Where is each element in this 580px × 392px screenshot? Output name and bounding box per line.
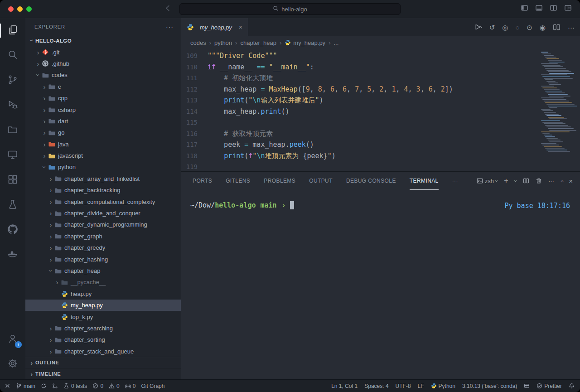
breadcrumb-item[interactable]: python — [214, 39, 232, 46]
history-icon[interactable]: ↺ — [489, 24, 495, 31]
activity-item-remote-explorer[interactable] — [0, 143, 25, 168]
tree-item-chapter_greedy[interactable]: ›chapter_greedy — [25, 242, 181, 253]
activity-item-docker[interactable] — [0, 242, 25, 267]
gitlens-graph-icon[interactable]: ⊙ — [527, 24, 532, 31]
status-bell[interactable] — [569, 383, 575, 389]
tab-my-heap[interactable]: my_heap.py × — [181, 18, 248, 36]
panel-more-actions-icon[interactable]: ··· — [548, 178, 554, 184]
status-3-10-13-base-conda[interactable]: 3.10.13 ('base': conda) — [462, 383, 517, 389]
gitlens-compare-icon[interactable]: ◎ — [502, 24, 508, 31]
activity-item-extensions[interactable] — [0, 168, 25, 193]
close-tab-icon[interactable]: × — [239, 24, 242, 31]
zoom-window-button[interactable] — [26, 6, 32, 12]
new-terminal-icon[interactable]: + — [504, 177, 508, 185]
tree-item-chapter_backtracking[interactable]: ›chapter_backtracking — [25, 184, 181, 196]
profile-icon[interactable]: ◉ — [540, 24, 546, 31]
close-window-button[interactable] — [8, 6, 14, 12]
status-spaces-4[interactable]: Spaces: 4 — [364, 383, 388, 389]
activity-item-github[interactable] — [0, 218, 25, 242]
breadcrumb-item[interactable]: ... — [334, 39, 338, 46]
activity-item-explorer[interactable] — [0, 18, 25, 43]
activity-item-run-debug[interactable] — [0, 93, 25, 118]
shell-selector[interactable]: zsh › — [477, 178, 498, 184]
tree-item-javascript[interactable]: ›javascript — [25, 150, 181, 161]
tree-item-.github[interactable]: ›.github — [25, 58, 181, 69]
tree-item-chapter_array_and_linkedlist[interactable]: ›chapter_array_and_linkedlist — [25, 173, 181, 184]
tree-item-my_heap.py[interactable]: my_heap.py — [25, 300, 181, 311]
tree-item-java[interactable]: ›java — [25, 139, 181, 150]
tree-item-top_k.py[interactable]: top_k.py — [25, 311, 181, 322]
toggle-sidebar-icon[interactable] — [521, 4, 528, 14]
tree-item-codes[interactable]: ›codes — [25, 69, 181, 81]
gitlens-open-icon[interactable]: ◌ — [515, 24, 519, 31]
code-editor[interactable]: 109"""Driver Code"""110if __name__ == "_… — [181, 49, 580, 171]
split-editor-icon[interactable] — [553, 24, 561, 31]
status-0[interactable]: 0 — [92, 383, 103, 389]
status-utf-8[interactable]: UTF-8 — [396, 383, 411, 389]
breadcrumb-item[interactable]: chapter_heap — [240, 39, 276, 46]
status-lf[interactable]: LF — [418, 383, 424, 389]
activity-item-source-control[interactable] — [0, 68, 25, 93]
status-prettier[interactable]: Prettier — [536, 383, 562, 389]
tree-item-chapter_stack_and_queue[interactable]: ›chapter_stack_and_queue — [25, 346, 181, 357]
tree-item-chapter_computational_complexity[interactable]: ›chapter_computational_complexity — [25, 196, 181, 207]
tree-item-hello-algo[interactable]: ›HELLO-ALGO — [25, 35, 181, 46]
tree-item-python[interactable]: ›python — [25, 161, 181, 173]
status-board[interactable] — [524, 383, 530, 389]
tree-item-heap.py[interactable]: heap.py — [25, 288, 181, 300]
split-editor-icon[interactable] — [550, 4, 557, 14]
activity-item-settings[interactable] — [0, 352, 25, 377]
tree-item-.git[interactable]: ›.git — [25, 46, 181, 58]
status-main[interactable]: main — [16, 383, 35, 389]
activity-item-testing[interactable] — [0, 193, 25, 218]
launch-profile-chevron-icon[interactable]: › — [512, 180, 518, 182]
more-icon[interactable]: ··· — [568, 24, 575, 31]
activity-item-folder-library[interactable] — [0, 118, 25, 143]
minimize-window-button[interactable] — [17, 6, 23, 12]
panel-tab-problems[interactable]: PROBLEMS — [264, 172, 295, 190]
status-0-tests[interactable]: 0 tests — [63, 383, 87, 389]
explorer-more-actions-icon[interactable]: ··· — [166, 23, 174, 30]
close-panel-icon[interactable]: × — [569, 177, 573, 185]
maximize-panel-icon[interactable]: › — [559, 180, 565, 182]
tree-item-chapter_divide_and_conquer[interactable]: ›chapter_divide_and_conquer — [25, 208, 181, 219]
panel-tab-ports[interactable]: PORTS — [193, 172, 212, 190]
timeline-section[interactable]: › TIMELINE — [25, 368, 181, 379]
panel-tab-terminal[interactable]: TERMINAL — [410, 172, 439, 190]
back-icon[interactable] — [164, 4, 172, 14]
outline-section[interactable]: › OUTLINE — [25, 357, 181, 368]
tree-item-chapter_sorting[interactable]: ›chapter_sorting — [25, 334, 181, 345]
toggle-panel-icon[interactable] — [535, 4, 543, 14]
tree-item-cpp[interactable]: ›cpp — [25, 92, 181, 104]
status-remote[interactable] — [5, 383, 10, 389]
kill-terminal-icon[interactable] — [536, 178, 542, 184]
tree-item-go[interactable]: ›go — [25, 127, 181, 138]
breadcrumb-item[interactable]: codes — [190, 39, 206, 46]
tree-item-__pycache__[interactable]: ›__pycache__ — [25, 276, 181, 288]
status-ln-1-col-1[interactable]: Ln 1, Col 1 — [331, 383, 358, 389]
tree-item-chapter_dynamic_programming[interactable]: ›chapter_dynamic_programming — [25, 219, 181, 230]
customize-layout-icon[interactable] — [564, 4, 572, 14]
tree-item-chapter_graph[interactable]: ›chapter_graph — [25, 231, 181, 242]
status-git-graph[interactable]: Git Graph — [141, 383, 164, 389]
panel-tab-output[interactable]: OUTPUT — [309, 172, 333, 190]
tree-item-c[interactable]: ›c — [25, 81, 181, 92]
panel-tab-debug-console[interactable]: DEBUG CONSOLE — [346, 172, 396, 190]
tree-item-dart[interactable]: ›dart — [25, 116, 181, 127]
tree-item-csharp[interactable]: ›csharp — [25, 104, 181, 115]
activity-item-accounts[interactable]: 1 — [0, 327, 25, 352]
status-0[interactable]: 0 — [109, 383, 120, 389]
command-center-search[interactable]: hello-algo — [179, 3, 401, 15]
split-terminal-icon[interactable] — [523, 178, 529, 184]
terminal[interactable]: ~/Dow/hello-algo main › Py base 18:17:16 — [181, 190, 580, 379]
status-0[interactable]: 0 — [125, 383, 136, 389]
breadcrumb-item[interactable]: my_heap.py — [285, 39, 325, 46]
tree-item-chapter_hashing[interactable]: ›chapter_hashing — [25, 253, 181, 265]
activity-item-search[interactable] — [0, 43, 25, 68]
status-python[interactable]: Python — [431, 383, 455, 389]
panel-tabs-more-icon[interactable]: ··· — [452, 172, 458, 190]
tree-item-chapter_heap[interactable]: ›chapter_heap — [25, 265, 181, 276]
minimap[interactable] — [541, 52, 574, 153]
status-graph[interactable] — [52, 383, 58, 389]
panel-tab-gitlens[interactable]: GITLENS — [226, 172, 250, 190]
